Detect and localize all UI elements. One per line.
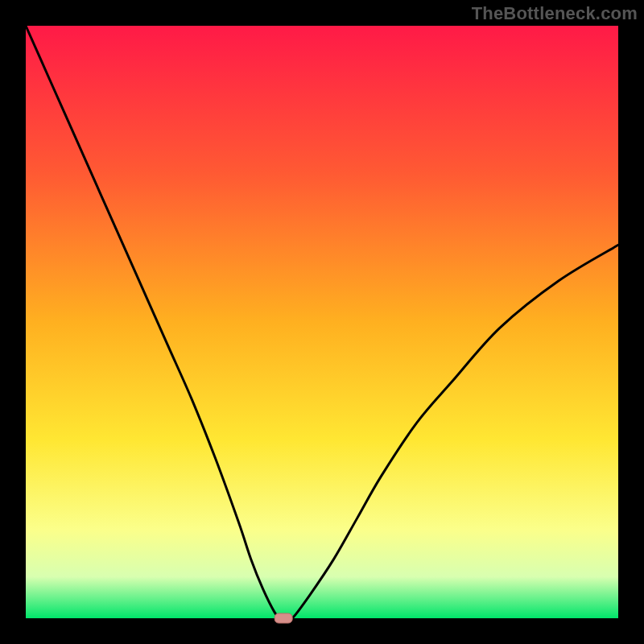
optimal-point-marker [275,613,292,623]
plot-background [26,26,618,618]
chart-frame: TheBottleneck.com [0,0,644,644]
bottleneck-chart [0,0,644,644]
watermark-text: TheBottleneck.com [472,3,638,24]
